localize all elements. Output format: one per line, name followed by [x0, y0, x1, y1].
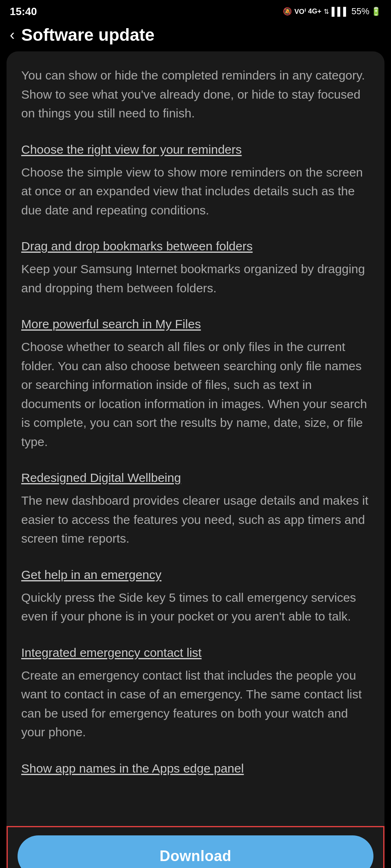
section-title-emergency-contact: Integrated emergency contact list: [21, 644, 370, 661]
section-title-my-files: More powerful search in My Files: [21, 316, 370, 333]
section-title-reminders-view: Choose the right view for your reminders: [21, 141, 370, 158]
status-time: 15:40: [10, 5, 37, 18]
header: ‹ Software update: [0, 21, 391, 51]
section-body-emergency-help: Quickly press the Side key 5 times to ca…: [21, 588, 370, 626]
section-emergency-help: Get help in an emergency Quickly press t…: [21, 566, 370, 626]
section-digital-wellbeing: Redesigned Digital Wellbeing The new das…: [21, 469, 370, 548]
download-area: Download: [7, 826, 384, 868]
back-button[interactable]: ‹: [10, 28, 15, 42]
section-body-reminders-view: Choose the simple view to show more remi…: [21, 163, 370, 220]
battery-icon: 🔋: [371, 7, 381, 16]
page-title: Software update: [21, 25, 155, 45]
section-body-emergency-contact: Create an emergency contact list that in…: [21, 666, 370, 742]
download-button[interactable]: Download: [18, 835, 373, 868]
section-apps-edge: Show app names in the Apps edge panel: [21, 760, 370, 777]
signal-arrows: ⇅: [324, 8, 329, 15]
network-type: 4G+: [308, 7, 322, 15]
status-icons: 🔕 VOᴵ 4G+ ⇅ ▌▌▌ 55% 🔋: [283, 6, 381, 17]
battery-percent: 55%: [351, 6, 369, 17]
section-title-apps-edge: Show app names in the Apps edge panel: [21, 760, 370, 777]
section-title-bookmarks: Drag and drop bookmarks between folders: [21, 238, 370, 255]
mute-icon: 🔕: [283, 7, 292, 16]
section-emergency-contact: Integrated emergency contact list Create…: [21, 644, 370, 742]
battery-indicator: 55% 🔋: [351, 6, 381, 17]
section-reminders-view: Choose the right view for your reminders…: [21, 141, 370, 220]
section-my-files: More powerful search in My Files Choose …: [21, 316, 370, 451]
section-body-my-files: Choose whether to search all files or on…: [21, 338, 370, 451]
section-title-emergency-help: Get help in an emergency: [21, 566, 370, 583]
section-bookmarks: Drag and drop bookmarks between folders …: [21, 238, 370, 298]
section-body-bookmarks: Keep your Samsung Internet bookmarks org…: [21, 260, 370, 298]
section-body-digital-wellbeing: The new dashboard provides clearer usage…: [21, 491, 370, 548]
section-title-digital-wellbeing: Redesigned Digital Wellbeing: [21, 469, 370, 486]
content-card: You can show or hide the completed remin…: [7, 51, 384, 826]
signal-bars: ▌▌▌: [331, 7, 349, 16]
network-label: VOᴵ: [294, 7, 306, 16]
intro-text: You can show or hide the completed remin…: [21, 66, 370, 123]
status-bar: 15:40 🔕 VOᴵ 4G+ ⇅ ▌▌▌ 55% 🔋: [0, 0, 391, 21]
